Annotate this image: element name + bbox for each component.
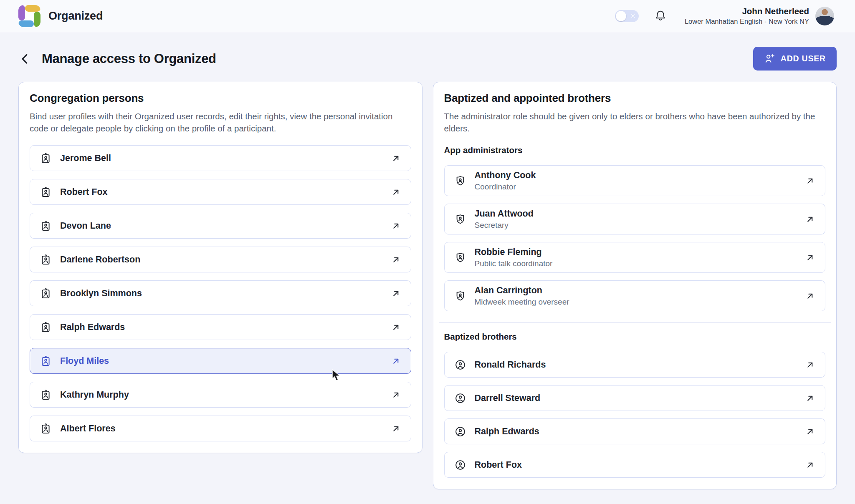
person-name: Ralph Edwards: [60, 322, 125, 333]
organized-logo-icon: [18, 5, 40, 27]
id-badge-icon: [40, 355, 51, 367]
user-avatar[interactable]: [815, 7, 834, 25]
notifications-button[interactable]: [655, 10, 666, 22]
section-divider: [439, 322, 831, 323]
open-profile-arrow-icon[interactable]: [391, 154, 401, 163]
brother-row[interactable]: Ralph Edwards: [444, 418, 826, 444]
open-profile-arrow-icon[interactable]: [805, 214, 815, 224]
app-header: Organized John Netherleed Lower Manhatta…: [0, 0, 855, 32]
id-badge-icon: [40, 288, 51, 299]
brother-name: Robert Fox: [475, 460, 522, 470]
page-title: Manage access to Organized: [42, 51, 216, 66]
open-profile-arrow-icon[interactable]: [391, 424, 401, 433]
open-profile-arrow-icon[interactable]: [805, 393, 815, 403]
admin-role: Public talk coordinator: [475, 259, 553, 268]
admin-role: Secretary: [475, 221, 534, 230]
admin-row[interactable]: Anthony Cook Coordinator: [444, 165, 826, 196]
person-row[interactable]: Ralph Edwards: [30, 314, 411, 340]
brother-row[interactable]: Ronald Richards: [444, 352, 826, 378]
person-name: Kathryn Murphy: [60, 390, 129, 400]
person-name: Albert Flores: [60, 423, 116, 434]
id-badge-icon: [40, 153, 51, 164]
open-profile-arrow-icon[interactable]: [805, 360, 815, 370]
content: Congregation persons Bind user profiles …: [0, 82, 855, 489]
user-circle-icon: [455, 393, 466, 404]
brother-name: Darrell Steward: [475, 393, 541, 403]
header-actions: John Netherleed Lower Manhattan English …: [615, 6, 834, 25]
admin-panel-description: The administrator role should be given o…: [444, 110, 816, 134]
baptized-brothers-panel: Baptized and appointed brothers The admi…: [433, 82, 837, 489]
open-profile-arrow-icon[interactable]: [805, 253, 815, 262]
admin-row[interactable]: Robbie Fleming Public talk coordinator: [444, 242, 826, 273]
add-user-button[interactable]: ADD USER: [753, 47, 837, 71]
shield-user-icon: [455, 252, 466, 263]
id-badge-icon: [40, 220, 51, 232]
baptized-brothers-list: Ronald Richards Darrell Steward Ralph Ed…: [444, 352, 826, 478]
shield-user-icon: [455, 175, 466, 186]
open-profile-arrow-icon[interactable]: [805, 176, 815, 186]
person-name: Floyd Miles: [60, 356, 109, 366]
shield-user-icon: [455, 214, 466, 225]
person-name: Devon Lane: [60, 221, 111, 231]
brother-name: Ralph Edwards: [475, 426, 539, 437]
admin-row[interactable]: Alan Carrington Midweek meeting overseer: [444, 280, 826, 311]
open-profile-arrow-icon[interactable]: [391, 390, 401, 400]
person-row[interactable]: Jerome Bell: [30, 145, 411, 171]
id-badge-icon: [40, 389, 51, 401]
person-row[interactable]: Kathryn Murphy: [30, 382, 411, 408]
id-badge-icon: [40, 254, 51, 265]
sun-icon: [630, 13, 636, 19]
open-profile-arrow-icon[interactable]: [805, 291, 815, 301]
open-profile-arrow-icon[interactable]: [391, 255, 401, 265]
id-badge-icon: [40, 322, 51, 333]
theme-toggle[interactable]: [615, 10, 639, 22]
admin-row[interactable]: Juan Attwood Secretary: [444, 204, 826, 234]
toggle-knob: [616, 11, 626, 21]
brother-row[interactable]: Darrell Steward: [444, 385, 826, 411]
chevron-left-icon: [18, 52, 32, 66]
app-administrators-label: App administrators: [444, 145, 826, 155]
brother-row[interactable]: Robert Fox: [444, 452, 826, 478]
app-name: Organized: [48, 10, 103, 23]
person-name: Jerome Bell: [60, 153, 111, 164]
bell-icon: [655, 10, 666, 22]
person-row[interactable]: Brooklyn Simmons: [30, 280, 411, 306]
person-row[interactable]: Albert Flores: [30, 416, 411, 441]
app-administrators-list: Anthony Cook Coordinator Juan Attwood Se…: [444, 165, 826, 311]
open-profile-arrow-icon[interactable]: [391, 356, 401, 366]
person-list: Jerome Bell Robert Fox Devon Lane Darlen…: [30, 145, 411, 441]
person-row[interactable]: Devon Lane: [30, 213, 411, 239]
admin-name: Alan Carrington: [475, 285, 569, 296]
open-profile-arrow-icon[interactable]: [391, 323, 401, 332]
open-profile-arrow-icon[interactable]: [391, 187, 401, 197]
person-name: Robert Fox: [60, 187, 107, 197]
user-circle-icon: [455, 426, 466, 437]
admin-name: Juan Attwood: [475, 209, 534, 219]
back-button[interactable]: [18, 52, 33, 66]
open-profile-arrow-icon[interactable]: [391, 221, 401, 231]
baptized-brothers-label: Baptized brothers: [444, 332, 826, 342]
admin-name: Robbie Fleming: [475, 247, 553, 257]
person-row[interactable]: Robert Fox: [30, 179, 411, 205]
open-profile-arrow-icon[interactable]: [391, 289, 401, 298]
admin-name: Anthony Cook: [475, 170, 536, 181]
person-name: Darlene Robertson: [60, 255, 140, 265]
user-meta: John Netherleed Lower Manhattan English …: [685, 6, 809, 25]
add-user-label: ADD USER: [781, 54, 826, 63]
person-row[interactable]: Darlene Robertson: [30, 247, 411, 272]
person-row-selected[interactable]: Floyd Miles: [30, 348, 411, 374]
brother-name: Ronald Richards: [475, 360, 546, 370]
shield-user-icon: [455, 290, 466, 302]
admin-role: Coordinator: [475, 182, 536, 192]
open-profile-arrow-icon[interactable]: [805, 460, 815, 470]
user-congregation: Lower Manhattan English - New York NY: [685, 18, 809, 25]
open-profile-arrow-icon[interactable]: [805, 427, 815, 436]
congregation-panel-description: Bind user profiles with their Organized …: [30, 110, 397, 134]
congregation-persons-panel: Congregation persons Bind user profiles …: [18, 82, 422, 453]
admin-role: Midweek meeting overseer: [475, 297, 569, 307]
user-circle-icon: [455, 359, 466, 370]
congregation-panel-title: Congregation persons: [30, 92, 411, 105]
user-name: John Netherleed: [685, 6, 809, 16]
person-name: Brooklyn Simmons: [60, 288, 142, 299]
page-title-row: Manage access to Organized ADD USER: [18, 47, 837, 71]
